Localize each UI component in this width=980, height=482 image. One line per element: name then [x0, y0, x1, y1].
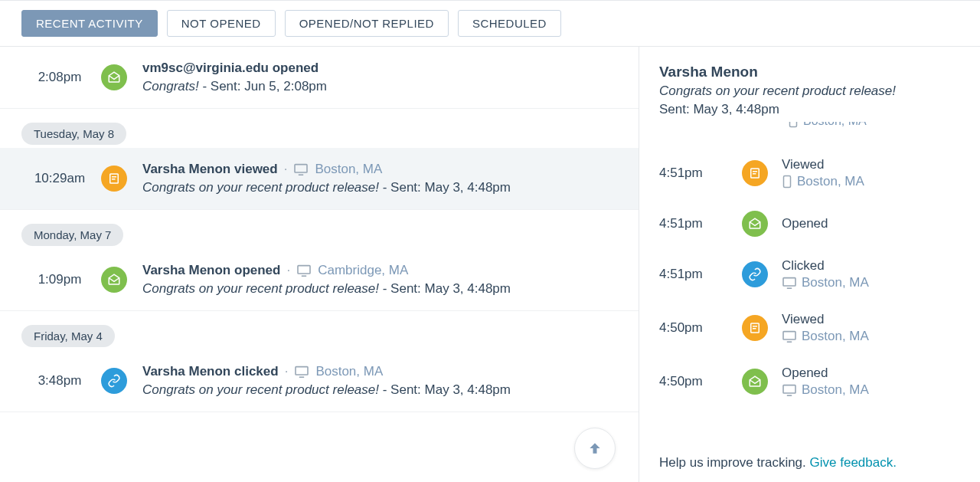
desktop-icon: [782, 277, 797, 289]
mobile-icon: [782, 175, 792, 189]
activity-row[interactable]: 1:09pm Varsha Menon opened · Cambridge, …: [0, 249, 639, 311]
tab-scheduled[interactable]: SCHEDULED: [458, 10, 561, 37]
event-time: 4:50pm: [659, 374, 742, 389]
desktop-icon: [782, 384, 797, 396]
activity-subject: Congrats on your recent product release!: [142, 382, 379, 397]
activity-contact: vm9sc@virginia.edu: [142, 61, 269, 75]
event-time: 4:50pm: [659, 320, 742, 336]
activity-subject: Congrats!: [142, 79, 199, 93]
envelope-open-icon: [101, 267, 127, 293]
event-action: Clicked: [782, 258, 960, 274]
activity-time: 2:08pm: [18, 70, 101, 85]
event-location: Boston, MA: [802, 275, 869, 290]
activity-action: clicked: [234, 364, 279, 379]
tabs-bar: RECENT ACTIVITY NOT OPENED OPENED/NOT RE…: [0, 0, 980, 47]
svg-rect-7: [783, 278, 795, 286]
arrow-up-icon: [587, 441, 603, 456]
date-group: Monday, May 7: [21, 224, 123, 246]
svg-rect-4: [790, 122, 797, 127]
scroll-top-button[interactable]: [574, 428, 616, 469]
desktop-icon: [782, 330, 797, 343]
activity-sent: - Sent: May 3, 4:48pm: [379, 281, 511, 296]
desktop-icon: [294, 366, 309, 378]
activity-contact: Varsha Menon: [142, 162, 230, 176]
activity-time: 1:09pm: [18, 272, 101, 287]
activity-location: Boston, MA: [315, 162, 382, 177]
activity-time: 10:29am: [18, 171, 101, 186]
detail-subject: Congrats on your recent product release!: [659, 84, 960, 99]
event-time: 4:51pm: [659, 216, 742, 231]
activity-sent: - Sent: Jun 5, 2:08pm: [199, 79, 327, 93]
detail-event-row[interactable]: 4:50pm Opened Boston, MA: [659, 355, 960, 408]
detail-contact-name: Varsha Menon: [659, 64, 960, 80]
activity-feed: 2:08pm vm9sc@virginia.edu opened Congrat…: [0, 47, 639, 482]
desktop-icon: [293, 163, 309, 175]
detail-event-row[interactable]: 4:51pm Opened: [659, 200, 960, 248]
svg-rect-1: [295, 165, 307, 172]
link-click-icon: [742, 261, 768, 287]
event-time: 4:51pm: [659, 166, 742, 181]
event-action: Viewed: [782, 157, 960, 172]
event-time: 4:51pm: [659, 267, 742, 282]
event-action: Opened: [782, 216, 960, 231]
give-feedback-link[interactable]: Give feedback.: [810, 455, 897, 470]
separator-dot: ·: [285, 364, 289, 379]
envelope-open-icon: [742, 211, 768, 237]
document-view-icon: [742, 160, 768, 186]
activity-contact: Varsha Menon: [142, 364, 230, 379]
activity-time: 3:48pm: [18, 373, 101, 389]
feedback-prompt: Help us improve tracking. Give feedback.: [659, 455, 897, 471]
svg-rect-6: [784, 176, 791, 188]
activity-row[interactable]: 2:08pm vm9sc@virginia.edu opened Congrat…: [0, 47, 639, 109]
separator-dot: ·: [286, 263, 290, 278]
event-location: Boston, MA: [797, 174, 864, 189]
event-action: Viewed: [782, 312, 960, 327]
activity-subject: Congrats on your recent product release!: [142, 180, 379, 195]
activity-location: Boston, MA: [315, 364, 383, 379]
date-group: Friday, May 4: [21, 325, 115, 347]
detail-event-row[interactable]: 4:50pm Viewed Boston, MA: [659, 301, 960, 355]
activity-row[interactable]: 3:48pm Varsha Menon clicked · Boston, MA…: [0, 350, 639, 412]
activity-row[interactable]: 10:29am Varsha Menon viewed · Boston, MA…: [0, 148, 639, 210]
detail-cutoff-row: Boston, MA: [659, 122, 960, 133]
activity-action: viewed: [234, 162, 278, 176]
activity-action: opened: [273, 61, 318, 75]
date-group: Tuesday, May 8: [21, 123, 126, 145]
svg-rect-3: [296, 367, 308, 375]
svg-rect-10: [783, 385, 795, 393]
detail-panel: Varsha Menon Congrats on your recent pro…: [639, 47, 980, 482]
tab-opened-not-replied[interactable]: OPENED/NOT REPLIED: [285, 10, 449, 37]
activity-location: Cambridge, MA: [318, 263, 408, 278]
activity-sent: - Sent: May 3, 4:48pm: [379, 180, 511, 195]
detail-event-row[interactable]: 4:51pm Viewed Boston, MA: [659, 146, 960, 200]
link-click-icon: [101, 368, 127, 394]
svg-rect-2: [298, 266, 310, 274]
activity-sent: - Sent: May 3, 4:48pm: [379, 382, 511, 397]
tab-not-opened[interactable]: NOT OPENED: [167, 10, 276, 37]
mobile-icon: [788, 122, 799, 128]
event-action: Opened: [782, 366, 960, 381]
separator-dot: ·: [284, 162, 288, 177]
tab-recent-activity[interactable]: RECENT ACTIVITY: [21, 10, 158, 37]
detail-event-row[interactable]: 4:51pm Clicked Boston, MA: [659, 248, 960, 301]
svg-rect-9: [783, 332, 795, 339]
detail-sent: Sent: May 3, 4:48pm: [659, 102, 960, 117]
activity-action: opened: [234, 263, 280, 277]
document-view-icon: [101, 166, 127, 192]
event-location: Boston, MA: [802, 329, 869, 344]
envelope-open-icon: [101, 64, 127, 90]
event-location: Boston, MA: [802, 382, 869, 398]
envelope-open-icon: [742, 369, 768, 395]
activity-subject: Congrats on your recent product release!: [142, 281, 379, 296]
document-view-icon: [742, 315, 768, 341]
desktop-icon: [296, 264, 312, 277]
activity-contact: Varsha Menon: [142, 263, 230, 277]
